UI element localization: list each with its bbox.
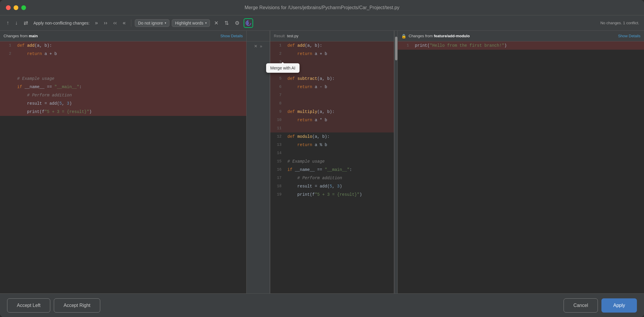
highlight-dropdown[interactable]: Highlight words ▾ xyxy=(172,19,210,27)
conflict-gutter-header xyxy=(247,31,270,41)
center-code-line-8: 8 xyxy=(270,99,394,108)
center-code-line-18: 18 result = add(5, 3) xyxy=(270,182,394,190)
main-window: Merge Revisions for /Users/jetbrains/Pyc… xyxy=(0,0,644,317)
center-code-line-10: 10 return a * b xyxy=(270,116,394,124)
diff-content: Changes from main Show Details 1 def add… xyxy=(0,31,644,293)
center-code-line-6: 6 return a - b xyxy=(270,83,394,91)
right-code-line-1: 1 print("Hello from the first branch!") xyxy=(398,41,644,50)
left-show-details-button[interactable]: Show Details xyxy=(220,34,243,38)
right-show-details-button[interactable]: Show Details xyxy=(618,34,640,38)
left-code-line-6: if __name__ == "__main__": xyxy=(0,83,246,91)
scroll-divider xyxy=(394,31,398,293)
left-line-code-5: # Example usage xyxy=(15,75,54,83)
center-code-line-7: 7 xyxy=(270,91,394,99)
left-code-panel: 1 def add(a, b): 2 return a + b xyxy=(0,41,246,293)
cancel-button[interactable]: Cancel xyxy=(564,298,598,313)
bottom-bar: Accept Left Accept Right Cancel Apply xyxy=(0,293,644,317)
left-code-line-2: 2 return a + b xyxy=(0,50,246,58)
reject-button[interactable]: ✕ xyxy=(253,44,258,48)
merge-with-ai-button[interactable] xyxy=(244,18,253,28)
center-code-line-19: 19 print(f"5 + 3 = {result}") xyxy=(270,190,394,199)
accept-right-button[interactable]: Accept Right xyxy=(54,298,100,313)
close-button[interactable] xyxy=(6,5,11,10)
left-line-code-8: result = add(5, 3) xyxy=(15,99,72,108)
center-code-line-15: 15 # Example usage xyxy=(270,157,394,166)
minimize-button[interactable] xyxy=(14,5,18,10)
lock-icon: 🔒 xyxy=(401,34,406,38)
left-line-code-7: # Perform addition xyxy=(15,91,72,99)
right-panel-title: Changes from feature/add-modulo xyxy=(409,34,470,38)
chevron-down-icon: ▾ xyxy=(165,21,166,25)
window-title: Merge Revisions for /Users/jetbrains/Pyc… xyxy=(245,5,399,10)
center-code-line-13: 13 return a % b xyxy=(270,141,394,149)
left-line-code-2: return a + b xyxy=(15,50,57,58)
center-code-line-9: 9 def multiply(a, b): xyxy=(270,108,394,116)
center-code-line-16: 16 if __name__ == "__main__": xyxy=(270,166,394,174)
titlebar: Merge Revisions for /Users/jetbrains/Pyc… xyxy=(0,0,644,15)
center-code-line-2: 2 return a + b xyxy=(270,50,394,58)
left-code-line-9: print(f"5 + 3 = {result}") xyxy=(0,108,246,116)
gear-icon[interactable]: ⚙ xyxy=(233,19,241,28)
center-code-line-12: 12 def modulo(a, b): xyxy=(270,132,394,141)
result-filename: test.py xyxy=(287,34,298,38)
ignore-dropdown[interactable]: Do not ignore ▾ xyxy=(135,19,169,27)
diff-settings-button[interactable]: ⇅ xyxy=(223,19,231,28)
left-line-num-1: 1 xyxy=(0,41,15,50)
status-text: No changes. 1 conflict. xyxy=(600,21,639,25)
left-line-code-1: def add(a, b): xyxy=(15,41,52,50)
svg-point-1 xyxy=(248,22,249,23)
left-line-code-6: if __name__ == "__main__": xyxy=(15,83,82,91)
close-button[interactable]: ✕ xyxy=(212,19,220,28)
right-panel: 🔒 Changes from feature/add-modulo Show D… xyxy=(398,31,644,293)
left-line-num-2: 2 xyxy=(0,50,15,58)
apply-button[interactable]: Apply xyxy=(601,298,637,313)
left-code-line-5: # Example usage xyxy=(0,75,246,83)
merge-with-ai-tooltip: Merge with AI xyxy=(266,63,300,73)
apply-left-button[interactable]: ‹‹ xyxy=(111,19,119,27)
center-code-line-1: 1 def add(a, b): xyxy=(270,41,394,50)
left-code-line-7: # Perform addition xyxy=(0,91,246,99)
center-code-panel: 1 def add(a, b): 2 return a + b 3 4 5 xyxy=(270,41,394,293)
left-code-line-3 xyxy=(0,58,246,66)
left-code-line-8: result = add(5, 3) xyxy=(0,99,246,108)
window-controls xyxy=(6,5,26,10)
center-code-line-17: 17 # Perform addition xyxy=(270,174,394,182)
left-line-code-9: print(f"5 + 3 = {result}") xyxy=(15,108,92,116)
highlight-dropdown-label: Highlight words xyxy=(175,21,203,25)
toolbar: ↑ ↓ ⇄ Apply non-conflicting changes: » ›… xyxy=(0,15,644,31)
maximize-button[interactable] xyxy=(21,5,26,10)
left-panel: Changes from main Show Details 1 def add… xyxy=(0,31,246,293)
sync-button[interactable]: ⇄ xyxy=(22,19,30,28)
left-panel-header: Changes from main Show Details xyxy=(0,31,246,41)
separator-1 xyxy=(131,20,131,27)
scroll-thumb[interactable] xyxy=(395,37,397,60)
center-code-line-11: 11 xyxy=(270,124,394,132)
center-panel-header: Result test.py xyxy=(270,31,394,41)
ignore-dropdown-label: Do not ignore xyxy=(138,21,163,25)
apply-non-conflicting-label: Apply non-conflicting changes: xyxy=(33,21,90,25)
left-code-line-4 xyxy=(0,66,246,75)
apply-right-button[interactable]: ›› xyxy=(102,19,109,27)
result-label: Result xyxy=(274,34,285,38)
apply-left-all-button[interactable]: « xyxy=(121,19,127,27)
right-code-panel: 1 print("Hello from the first branch!") xyxy=(398,41,644,293)
chevron-down-icon: ▾ xyxy=(205,21,207,25)
left-code-line-1: 1 def add(a, b): xyxy=(0,41,246,50)
center-code-line-5: 5 def subtract(a, b): xyxy=(270,75,394,83)
navigate-up-button[interactable]: ↑ xyxy=(5,19,11,27)
left-panel-title: Changes from main xyxy=(4,34,38,38)
accept-left-arrow-button[interactable]: » xyxy=(259,44,263,48)
apply-right-all-button[interactable]: » xyxy=(93,19,100,27)
accept-left-button[interactable]: Accept Left xyxy=(7,298,50,313)
right-panel-header: 🔒 Changes from feature/add-modulo Show D… xyxy=(398,31,644,41)
navigate-down-button[interactable]: ↓ xyxy=(13,19,20,27)
conflict-controls-row: ✕ » xyxy=(247,42,270,50)
center-code-line-14: 14 xyxy=(270,149,394,157)
